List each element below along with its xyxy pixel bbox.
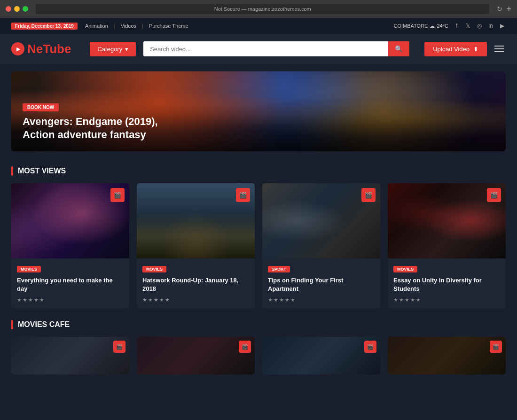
star-2: ★ [399,297,404,303]
social-icons: f 𝕏 ◎ in ▶ [453,22,506,30]
new-tab-button[interactable]: + [506,4,511,14]
star-2: ★ [23,297,27,303]
menu-line-3 [494,51,504,52]
video-icon-3: 🎬 [361,188,376,202]
logo-tube: Tube [43,42,71,56]
bottom-video-icon-1: 🎬 [113,341,125,353]
most-views-title: MOST VIEWS [11,166,506,176]
card-1-category: MOVIES [17,266,41,272]
bottom-card-2[interactable]: 🎬 [137,337,255,374]
card-1-image: 🎬 [11,183,129,258]
card-3-body: SPORT Tips on Finding Your First Apartme… [262,258,380,309]
bottom-cards: 🎬 🎬 🎬 🎬 [0,337,517,374]
linkedin-icon[interactable]: in [487,22,494,30]
bottom-card-1[interactable]: 🎬 [11,337,129,374]
card-3-image: 🎬 [262,183,380,258]
upload-video-button[interactable]: Upload Video ⬆ [424,42,487,56]
facebook-icon[interactable]: f [453,22,461,30]
star-2: ★ [274,297,278,303]
card-3-stars: ★ ★ ★ ★ ★ [268,297,375,303]
bottom-card-3[interactable]: 🎬 [262,337,380,374]
traffic-lights [6,6,28,12]
most-views-section: MOST VIEWS 🎬 MOVIES Everything you need … [0,159,517,309]
minimize-button[interactable] [14,6,20,12]
hamburger-menu-button[interactable] [493,44,506,54]
refresh-icon[interactable]: ↻ [497,5,502,13]
weather-info: COIMBATORE ☁ 24°C [393,23,448,29]
search-container: 🔍 [143,41,409,56]
card-4-body: MOVIES Essay on Unity in Diversity for S… [388,258,506,309]
bottom-video-icon-2: 🎬 [239,341,251,353]
logo[interactable]: NeTube [11,42,71,56]
star-1: ★ [142,297,147,303]
card-4-title: Essay on Unity in Diversity for Students [393,276,500,293]
hero-title-line2: Action adventure fantasy [23,128,158,142]
close-button[interactable] [6,6,11,12]
star-4: ★ [159,297,164,303]
temperature-text: 24°C [437,23,448,29]
card-4-image: 🎬 [388,183,506,258]
search-icon: 🔍 [395,45,403,53]
bottom-card-4[interactable]: 🎬 [388,337,506,374]
movies-cafe-title-text: MOVIES CAFE [18,320,70,329]
menu-line-2 [494,48,504,49]
category-button[interactable]: Category ▾ [90,42,136,56]
star-4: ★ [34,297,39,303]
video-icon-4: 🎬 [487,188,501,202]
card-4[interactable]: 🎬 MOVIES Essay on Unity in Diversity for… [388,183,506,309]
twitter-icon[interactable]: 𝕏 [464,22,472,30]
bottom-video-icon-4: 🎬 [490,341,502,353]
youtube-icon[interactable]: ▶ [498,22,506,30]
star-5: ★ [290,297,295,303]
search-button[interactable]: 🔍 [388,41,409,56]
card-2-title: Hatswork Round-Up: January 18, 2018 [142,276,249,293]
hero-title-line1: Avengers: Endgame (2019), [23,115,158,129]
maximize-button[interactable] [23,6,28,12]
hero-banner[interactable]: BOOK NOW Avengers: Endgame (2019), Actio… [11,71,506,151]
star-5: ★ [39,297,44,303]
upload-label: Upload Video [433,46,470,53]
card-1-title: Everything you need to make the day [17,276,124,293]
hero-title: Avengers: Endgame (2019), Action adventu… [23,115,158,142]
star-3: ★ [28,297,33,303]
card-3[interactable]: 🎬 SPORT Tips on Finding Your First Apart… [262,183,380,309]
video-icon-1: 🎬 [110,188,125,202]
top-bar-links: Animation | Videos | Purchase Theme [85,23,188,29]
hero-badge[interactable]: BOOK NOW [23,103,59,111]
top-bar: Friday, December 13, 2019 Animation | Vi… [0,18,517,34]
weather-icon: ☁ [430,23,435,29]
dropdown-arrow-icon: ▾ [125,46,128,53]
address-bar[interactable]: Not Secure — magazine.zozothemes.com [36,4,489,14]
separator-2: | [142,23,143,29]
card-2-body: MOVIES Hatswork Round-Up: January 18, 20… [137,258,255,309]
video-icon-2: 🎬 [236,188,250,202]
star-3: ★ [405,297,409,303]
upload-icon: ⬆ [473,46,478,53]
card-1-body: MOVIES Everything you need to make the d… [11,258,129,309]
nav-purchase-theme[interactable]: Purchase Theme [149,23,188,29]
logo-ne: Ne [27,42,43,56]
card-3-title: Tips on Finding Your First Apartment [268,276,375,293]
header-right: Upload Video ⬆ [424,42,506,56]
search-input[interactable] [143,42,388,56]
star-1: ★ [17,297,22,303]
star-2: ★ [148,297,153,303]
bottom-video-icon-3: 🎬 [364,341,376,353]
star-5: ★ [416,297,421,303]
card-2-category: MOVIES [142,266,166,272]
card-4-stars: ★ ★ ★ ★ ★ [393,297,500,303]
star-5: ★ [165,297,170,303]
instagram-icon[interactable]: ◎ [476,22,483,30]
star-4: ★ [285,297,290,303]
header: NeTube Category ▾ 🔍 Upload Video ⬆ [0,34,517,64]
movies-cafe-section: MOVIES CAFE [0,309,517,329]
nav-animation[interactable]: Animation [85,23,108,29]
card-4-category: MOVIES [393,266,417,272]
card-1[interactable]: 🎬 MOVIES Everything you need to make the… [11,183,129,309]
menu-line-1 [494,46,504,47]
card-2-stars: ★ ★ ★ ★ ★ [142,297,249,303]
card-2-image: 🎬 [137,183,255,258]
card-2[interactable]: 🎬 MOVIES Hatswork Round-Up: January 18, … [137,183,255,309]
star-1: ★ [268,297,273,303]
nav-videos[interactable]: Videos [121,23,136,29]
